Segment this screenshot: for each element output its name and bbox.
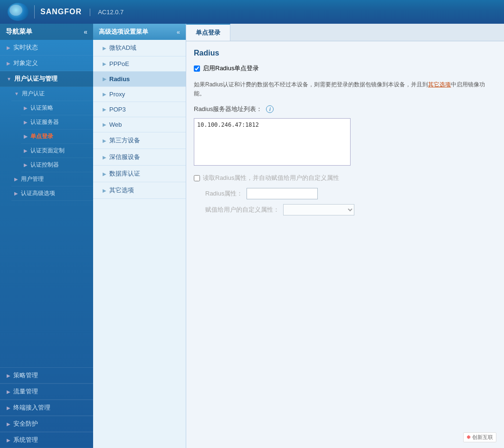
sidebar-item-auth-policy[interactable]: ▶ 认证策略	[21, 101, 93, 115]
middle-item-label: PPPoE	[109, 60, 129, 67]
arrow-icon: ▶	[103, 155, 106, 160]
sidebar-label: 实时状态	[13, 43, 38, 52]
radius-attr-label: Radius属性：	[205, 189, 243, 198]
middle-item-radius[interactable]: ▶ Radius	[93, 72, 186, 87]
sidebar-item-auth-controller[interactable]: ▶ 认证控制器	[21, 158, 93, 172]
info-link[interactable]: 其它选项	[428, 81, 451, 88]
info-icon[interactable]: i	[266, 105, 274, 113]
sidebar-label: 对象定义	[13, 59, 38, 67]
enable-radius-label[interactable]: 启用Radius单点登录	[203, 64, 259, 73]
assign-attr-label: 赋值给用户的自定义属性：	[205, 205, 279, 214]
sidebar-collapse-btn[interactable]: «	[84, 28, 87, 36]
brand-version: AC12.0.7	[98, 9, 124, 16]
sidebar-item-security[interactable]: ▶ 安全防护	[0, 416, 93, 432]
sidebar-item-policy-mgmt[interactable]: ▶ 策略管理	[0, 367, 93, 383]
sidebar-label: 单点登录	[30, 132, 53, 140]
sidebar-header: 导航菜单 «	[0, 24, 93, 40]
footer-watermark: ❄ 创新互联	[463, 432, 496, 442]
sidebar-item-sso[interactable]: ▶ 单点登录	[21, 130, 93, 144]
arrow-icon: ▶	[103, 92, 106, 97]
read-attr-label[interactable]: 读取Radius属性，并自动赋值给用户的自定义属性	[203, 174, 339, 182]
arrow-icon: ▼	[14, 91, 19, 96]
watermark-text: 创新互联	[472, 434, 493, 440]
arrow-icon: ▶	[103, 171, 106, 177]
main-layout: 导航菜单 « ▶ 实时状态 ▶ 对象定义 ▼ 用户认证与管理 ▼ 用户认证 ▶ …	[0, 24, 504, 448]
sidebar-bottom: ▶ 策略管理 ▶ 流量管理 ▶ 终端接入管理 ▶ 安全防护 ▶ 系统管理	[0, 367, 93, 448]
version-separator: │	[88, 9, 92, 16]
sidebar-item-user-auth[interactable]: ▼ 用户认证与管理	[0, 71, 93, 87]
section-title: Radius	[194, 49, 496, 57]
sidebar-item-auth-page[interactable]: ▶ 认证页面定制	[21, 144, 93, 158]
arrow-icon: ▶	[7, 373, 10, 378]
middle-item-ms-ad[interactable]: ▶ 微软AD域	[93, 40, 186, 56]
middle-item-db-auth[interactable]: ▶ 数据库认证	[93, 166, 186, 182]
read-attr-checkbox[interactable]	[194, 175, 200, 181]
header-divider	[34, 5, 35, 19]
radius-server-textarea[interactable]: 10.100.246.47:1812	[194, 118, 351, 166]
middle-item-sangfor-device[interactable]: ▶ 深信服设备	[93, 149, 186, 166]
middle-item-pop3[interactable]: ▶ POP3	[93, 102, 186, 117]
sidebar-sub2: ▶ 认证策略 ▶ 认证服务器 ▶ 单点登录 ▶ 认证页面定制 ▶ 认证控制器	[11, 101, 93, 172]
arrow-icon: ▶	[24, 162, 28, 168]
sidebar-item-object-definition[interactable]: ▶ 对象定义	[0, 56, 93, 71]
info-text-before: 如果Radius认证和计费的数据包不经过本设备，则需要把登录的数据包镜像到本设备…	[194, 81, 428, 88]
sidebar-label: 流量管理	[13, 387, 38, 396]
sidebar-item-sys-mgmt[interactable]: ▶ 系统管理	[0, 432, 93, 448]
sidebar-label: 认证页面定制	[30, 147, 65, 155]
arrow-icon: ▶	[103, 107, 106, 112]
middle-collapse-btn[interactable]: «	[177, 28, 180, 36]
arrow-icon: ▶	[24, 148, 28, 153]
sidebar-item-auth-advanced[interactable]: ▶ 认证高级选项	[11, 187, 93, 201]
arrow-icon: ▶	[103, 122, 106, 127]
radius-textarea-wrapper: 10.100.246.47:1812	[194, 118, 496, 167]
content-area: 单点登录 Radius 启用Radius单点登录 如果Radius认证和计费的数…	[186, 24, 504, 448]
enable-checkbox-row: 启用Radius单点登录	[194, 64, 496, 73]
content-body: Radius 启用Radius单点登录 如果Radius认证和计费的数据包不经过…	[186, 41, 504, 448]
middle-item-web[interactable]: ▶ Web	[93, 117, 186, 132]
sidebar-label: 认证高级选项	[21, 189, 55, 197]
read-attr-checkbox-row: 读取Radius属性，并自动赋值给用户的自定义属性	[194, 174, 496, 182]
arrow-icon: ▶	[103, 76, 106, 82]
sidebar-item-terminal-mgmt[interactable]: ▶ 终端接入管理	[0, 400, 93, 416]
middle-item-label: 深信服设备	[109, 153, 140, 161]
arrow-icon: ▶	[103, 46, 106, 51]
assign-attr-select[interactable]	[283, 204, 354, 215]
middle-item-label: 微软AD域	[109, 44, 136, 52]
middle-item-third-party[interactable]: ▶ 第三方设备	[93, 132, 186, 149]
middle-item-proxy[interactable]: ▶ Proxy	[93, 87, 186, 102]
tab-bar: 单点登录	[186, 24, 504, 41]
arrow-icon: ▶	[24, 120, 28, 125]
radius-server-label: Radius服务器地址列表：	[194, 105, 262, 113]
middle-panel-title: 高级选项设置菜单	[99, 28, 148, 36]
middle-item-pppoe[interactable]: ▶ PPPoE	[93, 56, 186, 72]
tab-sso[interactable]: 单点登录	[186, 24, 230, 41]
middle-panel-header: 高级选项设置菜单 «	[93, 24, 186, 40]
tab-label: 单点登录	[196, 29, 220, 36]
sidebar-item-realtime-status[interactable]: ▶ 实时状态	[0, 40, 93, 56]
sidebar-label: 安全防护	[13, 420, 38, 428]
sidebar: 导航菜单 « ▶ 实时状态 ▶ 对象定义 ▼ 用户认证与管理 ▼ 用户认证 ▶ …	[0, 24, 93, 448]
middle-item-label: 数据库认证	[109, 169, 140, 178]
arrow-icon: ▶	[103, 61, 106, 66]
sidebar-label: 认证服务器	[30, 118, 59, 126]
sidebar-label: 终端接入管理	[13, 403, 50, 412]
middle-item-label: POP3	[109, 106, 126, 113]
enable-radius-checkbox[interactable]	[194, 65, 200, 72]
arrow-icon: ▶	[7, 45, 10, 50]
arrow-icon: ▼	[7, 76, 11, 82]
sidebar-item-auth-server[interactable]: ▶ 认证服务器	[21, 115, 93, 130]
brand-title: SANGFOR	[40, 8, 82, 16]
arrow-icon: ▶	[14, 177, 18, 182]
sidebar-item-traffic-mgmt[interactable]: ▶ 流量管理	[0, 383, 93, 400]
arrow-icon: ▶	[7, 389, 10, 394]
middle-item-other-options[interactable]: ▶ 其它选项	[93, 182, 186, 199]
radius-attr-input[interactable]	[247, 188, 318, 199]
arrow-icon: ▶	[103, 188, 106, 193]
sidebar-item-user-mgmt[interactable]: ▶ 用户管理	[11, 172, 93, 187]
arrow-icon: ▶	[7, 421, 10, 427]
sidebar-item-user-auth-sub[interactable]: ▼ 用户认证	[11, 87, 93, 101]
arrow-icon: ▶	[103, 138, 106, 143]
middle-panel: 高级选项设置菜单 « ▶ 微软AD域 ▶ PPPoE ▶ Radius ▶ Pr…	[93, 24, 186, 448]
arrow-icon: ▶	[14, 191, 18, 196]
radius-server-row: Radius服务器地址列表： i	[194, 105, 496, 113]
